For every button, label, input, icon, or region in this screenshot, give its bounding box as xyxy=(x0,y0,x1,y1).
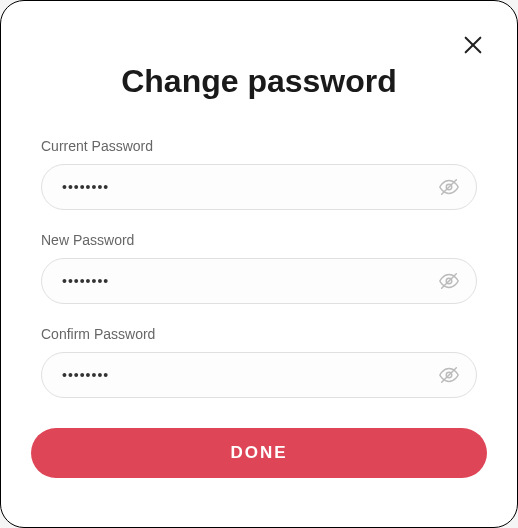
change-password-dialog: Change password Current Password New Pas… xyxy=(0,0,518,528)
current-password-input[interactable] xyxy=(41,164,477,210)
toggle-current-password-visibility[interactable] xyxy=(437,175,461,199)
toggle-new-password-visibility[interactable] xyxy=(437,269,461,293)
dialog-title: Change password xyxy=(31,63,487,100)
confirm-password-label: Confirm Password xyxy=(41,326,477,342)
current-password-wrapper xyxy=(41,164,477,210)
eye-off-icon xyxy=(438,176,460,198)
new-password-wrapper xyxy=(41,258,477,304)
confirm-password-wrapper xyxy=(41,352,477,398)
current-password-group: Current Password xyxy=(31,138,487,210)
new-password-input[interactable] xyxy=(41,258,477,304)
toggle-confirm-password-visibility[interactable] xyxy=(437,363,461,387)
eye-off-icon xyxy=(438,364,460,386)
new-password-label: New Password xyxy=(41,232,477,248)
close-button[interactable] xyxy=(461,33,485,57)
confirm-password-group: Confirm Password xyxy=(31,326,487,398)
confirm-password-input[interactable] xyxy=(41,352,477,398)
eye-off-icon xyxy=(438,270,460,292)
done-button[interactable]: DONE xyxy=(31,428,487,478)
close-icon xyxy=(462,34,484,56)
current-password-label: Current Password xyxy=(41,138,477,154)
new-password-group: New Password xyxy=(31,232,487,304)
